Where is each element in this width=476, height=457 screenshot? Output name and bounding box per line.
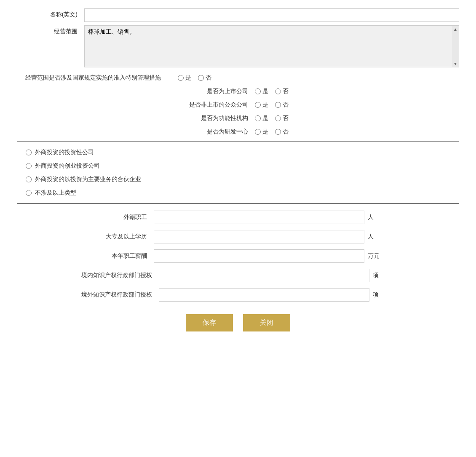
functional-no-radio[interactable] [275,115,281,121]
college-degree-unit: 人 [368,233,374,241]
special-management-no-label[interactable]: 否 [206,74,211,82]
domestic-ip-unit: 项 [373,272,379,279]
foreign-employees-input[interactable] [154,211,364,224]
non-listed-yes-label[interactable]: 是 [262,101,268,109]
non-listed-public-label: 是否非上市的公众公司 [187,101,255,109]
college-degree-input[interactable] [154,230,364,243]
listed-company-label: 是否为上市公司 [187,88,255,95]
rd-no[interactable]: 否 [275,128,289,136]
annual-salary-label: 本年职工薪酬 [86,252,154,260]
investment-type-item-3[interactable]: 不涉及以上类型 [26,189,450,197]
special-management-no[interactable]: 否 [198,74,211,82]
special-management-radios: 是 否 [178,74,211,82]
investment-type-radio-2[interactable] [26,176,32,182]
scroll-down-arrow[interactable]: ▼ [452,60,459,67]
rd-no-label[interactable]: 否 [283,128,289,136]
non-listed-public-radios: 是 否 [255,101,289,109]
rd-yes-label[interactable]: 是 [262,128,268,136]
english-name-control [84,8,459,22]
functional-institution-row: 是否为功能性机构 是 否 [17,115,459,122]
functional-no[interactable]: 否 [275,115,289,122]
foreign-ip-row: 境外知识产权行政部门授权 项 [17,288,459,302]
functional-institution-label: 是否为功能性机构 [187,115,255,122]
investment-type-item-1[interactable]: 外商投资的创业投资公司 [26,162,450,170]
listed-company-radios: 是 否 [255,88,289,95]
business-scope-control: 棒球加工、销售。 ▲ ▼ [84,25,459,67]
button-row: 保存 关闭 [17,314,459,331]
domestic-ip-control: 项 [159,269,395,282]
annual-salary-unit: 万元 [368,252,380,260]
form-container: 各称(英文) 经营范围 棒球加工、销售。 ▲ ▼ 经营范围是否涉及国家规定实施的… [17,8,459,331]
investment-type-label-2: 外商投资的以投资为主要业务的合伙企业 [35,176,141,183]
foreign-ip-label: 境外知识产权行政部门授权 [81,291,159,299]
english-name-input[interactable] [84,8,459,22]
investment-type-radio-0[interactable] [26,150,32,155]
functional-yes-label[interactable]: 是 [262,115,268,122]
domestic-ip-label: 境内知识产权行政部门授权 [81,272,159,279]
close-button[interactable]: 关闭 [243,314,290,331]
special-management-yes[interactable]: 是 [178,74,191,82]
non-listed-no-radio[interactable] [275,102,281,108]
business-scope-row: 经营范围 棒球加工、销售。 ▲ ▼ [17,25,459,67]
rd-center-label: 是否为研发中心 [187,128,255,136]
non-listed-no-label[interactable]: 否 [283,101,289,109]
annual-salary-row: 本年职工薪酬 万元 [17,249,459,263]
functional-no-label[interactable]: 否 [283,115,289,122]
scrollbar-track: ▲ ▼ [452,26,459,67]
listed-yes-label[interactable]: 是 [262,88,268,95]
foreign-employees-row: 外籍职工 人 [17,211,459,224]
special-management-yes-radio[interactable] [178,75,184,81]
english-name-label: 各称(英文) [17,8,84,19]
investment-type-item-0[interactable]: 外商投资的投资性公司 [26,149,450,156]
rd-center-radios: 是 否 [255,128,289,136]
non-listed-yes-radio[interactable] [255,102,261,108]
domestic-ip-input[interactable] [159,269,369,282]
business-scope-label: 经营范围 [17,25,84,35]
investment-type-radio-1[interactable] [26,163,32,169]
rd-yes-radio[interactable] [255,129,261,135]
listed-no[interactable]: 否 [275,88,289,95]
foreign-ip-input[interactable] [159,288,369,302]
domestic-ip-row: 境内知识产权行政部门授权 项 [17,269,459,282]
annual-salary-control: 万元 [154,249,390,263]
functional-yes-radio[interactable] [255,115,261,121]
investment-type-label-1: 外商投资的创业投资公司 [35,162,100,170]
scroll-up-arrow[interactable]: ▲ [452,26,459,32]
college-degree-label: 大专及以上学历 [86,233,154,241]
rd-center-row: 是否为研发中心 是 否 [17,128,459,136]
textarea-wrapper: 棒球加工、销售。 ▲ ▼ [84,25,459,67]
foreign-ip-control: 项 [159,288,395,302]
listed-company-row: 是否为上市公司 是 否 [17,88,459,95]
special-management-row: 经营范围是否涉及国家规定实施的准入特别管理措施 是 否 [17,74,459,82]
foreign-employees-label: 外籍职工 [86,214,154,221]
investment-type-label-0: 外商投资的投资性公司 [35,149,94,156]
save-button[interactable]: 保存 [186,314,233,331]
non-listed-public-row: 是否非上市的公众公司 是 否 [17,101,459,109]
investment-type-radio-3[interactable] [26,190,32,196]
investment-type-label-3: 不涉及以上类型 [35,189,76,197]
english-name-row: 各称(英文) [17,8,459,22]
foreign-ip-unit: 项 [373,291,379,299]
non-listed-no[interactable]: 否 [275,101,289,109]
listed-yes[interactable]: 是 [255,88,268,95]
college-degree-control: 人 [154,230,390,243]
rd-no-radio[interactable] [275,129,281,135]
listed-no-radio[interactable] [275,88,281,94]
special-management-no-radio[interactable] [198,75,204,81]
listed-yes-radio[interactable] [255,88,261,94]
special-management-yes-label[interactable]: 是 [185,74,191,82]
functional-yes[interactable]: 是 [255,115,268,122]
foreign-employees-unit: 人 [368,214,374,221]
investment-type-item-2[interactable]: 外商投资的以投资为主要业务的合伙企业 [26,176,450,183]
listed-no-label[interactable]: 否 [283,88,289,95]
business-scope-textarea[interactable]: 棒球加工、销售。 [85,26,459,67]
annual-salary-input[interactable] [154,249,364,263]
college-degree-row: 大专及以上学历 人 [17,230,459,243]
foreign-employees-control: 人 [154,211,390,224]
functional-institution-radios: 是 否 [255,115,289,122]
special-management-label: 经营范围是否涉及国家规定实施的准入特别管理措施 [25,74,161,82]
non-listed-yes[interactable]: 是 [255,101,268,109]
investment-type-group: 外商投资的投资性公司 外商投资的创业投资公司 外商投资的以投资为主要业务的合伙企… [17,142,459,204]
rd-yes[interactable]: 是 [255,128,268,136]
